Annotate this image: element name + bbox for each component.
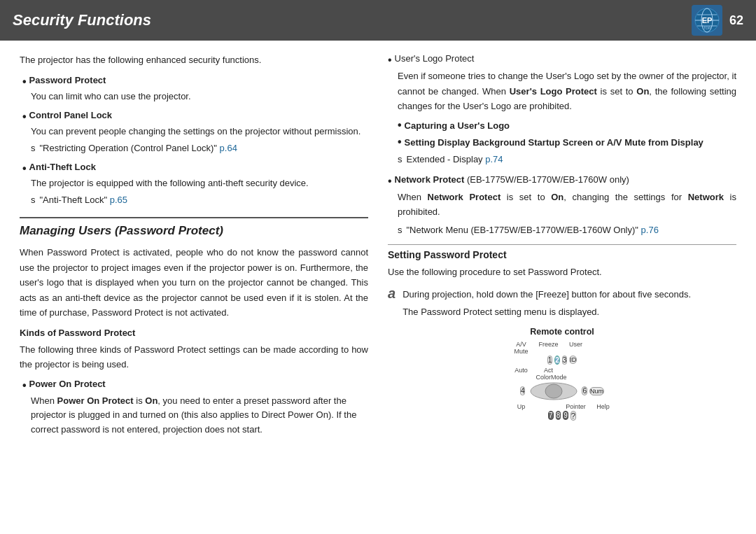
- remote-btn-7[interactable]: 7: [548, 411, 554, 420]
- bullet-control-panel: • Control Panel Lock You can prevent peo…: [20, 110, 368, 156]
- users-logo-subbullets: • Capturing a User's Logo • Setting Disp…: [398, 118, 736, 150]
- network-protect-section: • Network Protect (EB-1775W/EB-1770W/EB-…: [388, 174, 736, 238]
- sub-item-network-text: "Network Menu (EB-1775W/EB-1770W/EB-1760…: [407, 223, 659, 237]
- sub-bullet-display: Setting Display Background Startup Scree…: [405, 135, 704, 150]
- right-column: • User's Logo Protect Even if someone tr…: [388, 53, 736, 443]
- label-act: Act ColorMode: [536, 367, 561, 381]
- link-p64[interactable]: p.64: [220, 143, 237, 153]
- sub-item-text: "Restricting Operation (Control Panel Lo…: [40, 141, 237, 156]
- remote-btn-2-freeze[interactable]: 2: [554, 356, 560, 365]
- bullet-dot: •: [22, 379, 27, 392]
- bullet-title-label: Anti-Theft Lock: [29, 162, 96, 172]
- label-pointer: Pointer: [564, 403, 589, 410]
- step-content: During projection, hold down the [Freeze…: [402, 287, 736, 320]
- remote-row-2: 4 6 Num: [520, 381, 604, 401]
- section-heading: Managing Users (Password Protect): [20, 224, 368, 238]
- bullet-dot: •: [22, 162, 27, 175]
- remote-btn-6[interactable]: 6: [582, 386, 587, 395]
- header-right: EP TOP 62: [692, 5, 743, 36]
- step-a-note: The Password Protect setting menu is dis…: [402, 304, 736, 319]
- bullet-dot: •: [22, 110, 27, 123]
- label-blank: [591, 341, 616, 355]
- power-on-title: Power On Protect: [29, 379, 106, 389]
- sub-item-anti-theft: s "Anti-Theft Lock" p.65: [31, 193, 368, 208]
- link-p74[interactable]: p.74: [485, 154, 503, 164]
- remote-btn-8[interactable]: 8: [556, 411, 561, 420]
- remote-btn-1[interactable]: 1: [547, 356, 553, 365]
- users-logo-body: Even if someone tries to change the User…: [398, 71, 736, 111]
- remote-btn-4[interactable]: 4: [520, 386, 526, 395]
- left-column: The projector has the following enhanced…: [20, 53, 368, 443]
- svg-text:EP: EP: [702, 16, 713, 24]
- svg-text:TOP: TOP: [704, 26, 711, 30]
- network-protect-title: Network Protect (EB-1775W/EB-1770W/EB-17…: [395, 174, 629, 185]
- epson-logo: EP TOP: [692, 5, 722, 36]
- sub-s-label: s: [31, 193, 36, 208]
- label-av-mute: A/V Mute: [509, 341, 534, 355]
- section-divider: [20, 217, 368, 218]
- svg-point-8: [545, 384, 562, 398]
- bullet-power-on: • Power On Protect When Power On Protect…: [20, 379, 368, 437]
- main-content: The projector has the following enhanced…: [0, 41, 756, 456]
- bullet-dot: •: [22, 75, 27, 88]
- setting-heading: Setting Password Protect: [388, 244, 736, 260]
- bullet-content-text: The projector is equipped with the follo…: [31, 178, 309, 188]
- link-p76[interactable]: p.76: [641, 225, 659, 235]
- bullet-content-text: You can prevent people changing the sett…: [31, 126, 360, 136]
- sub-s-label: s: [398, 152, 402, 167]
- bullet-dot: •: [388, 53, 392, 66]
- remote-row3-labels: Up Pointer Help: [509, 403, 616, 410]
- link-p65[interactable]: p.65: [110, 195, 127, 205]
- label-freeze: Freeze: [536, 341, 561, 355]
- sub-s-label: s: [31, 141, 36, 156]
- bullet-dot: •: [398, 135, 402, 148]
- sub-item-control-panel: s "Restricting Operation (Control Panel …: [31, 141, 368, 156]
- step-a-text: During projection, hold down the [Freeze…: [402, 289, 691, 300]
- bullet-dot: •: [398, 118, 402, 132]
- step-letter: a: [388, 286, 396, 302]
- remote-btn-num[interactable]: Num: [589, 387, 604, 395]
- remote-row-3: 7 8 9 ?: [548, 411, 576, 421]
- label-blank2: [564, 367, 589, 381]
- bullet-title-label: Password Protect: [29, 75, 106, 85]
- sub-item-network-menu: s "Network Menu (EB-1775W/EB-1770W/EB-17…: [398, 223, 736, 237]
- bullet-anti-theft: • Anti-Theft Lock The projector is equip…: [20, 162, 368, 208]
- section-body: When Password Protect is activated, peop…: [20, 245, 368, 320]
- page-header: Security Functions EP TOP 62: [0, 0, 756, 41]
- page-number: 62: [729, 13, 743, 28]
- sub-item-extended: s Extended - Display p.74: [398, 152, 736, 167]
- remote-control-label: Remote control: [530, 327, 594, 337]
- label-auto: Auto: [509, 367, 534, 381]
- label-user: User: [564, 341, 589, 355]
- remote-btn-3[interactable]: 3: [562, 356, 568, 365]
- bullet-password-protect: • Password Protect You can limit who can…: [20, 75, 368, 104]
- kinds-body: The following three kinds of Password Pr…: [20, 342, 368, 372]
- bullet-content-text: You can limit who can use the projector.: [31, 91, 191, 101]
- kinds-heading: Kinds of Password Protect: [20, 328, 368, 338]
- page-title: Security Functions: [13, 11, 151, 29]
- label-blank3: [591, 367, 616, 381]
- setting-body: Use the following procedure to set Passw…: [388, 265, 736, 279]
- sub-item-extended-text: Extended - Display p.74: [407, 152, 503, 167]
- remote-btn-help[interactable]: ?: [570, 411, 576, 421]
- remote-row2-labels: Auto Act ColorMode: [509, 367, 616, 381]
- sub-item-text: "Anti-Theft Lock" p.65: [40, 193, 128, 208]
- network-protect-body: When Network Protect is set to On, chang…: [398, 192, 736, 217]
- remote-top-labels: A/V Mute Freeze User: [509, 341, 616, 355]
- remote-joystick-area: [527, 381, 580, 401]
- remote-row-1: 1 2 3 ID: [547, 356, 578, 365]
- power-on-body: When Power On Protect is On, you need to…: [31, 395, 356, 435]
- label-help: Help: [591, 403, 616, 410]
- remote-btn-9[interactable]: 9: [563, 411, 568, 420]
- remote-btn-id[interactable]: ID: [569, 356, 577, 364]
- bullet-dot: •: [388, 174, 392, 188]
- users-logo-title: User's Logo Protect: [395, 53, 475, 64]
- label-blank4: [536, 403, 561, 410]
- step-a: a During projection, hold down the [Free…: [388, 287, 736, 320]
- sub-bullet-capturing: Capturing a User's Logo: [405, 118, 510, 133]
- remote-control-diagram: A/V Mute Freeze User 1 2 3 ID Auto Act C…: [509, 341, 616, 423]
- sub-s-label: s: [398, 223, 402, 237]
- label-up: Up: [509, 403, 534, 410]
- intro-text: The projector has the following enhanced…: [20, 53, 368, 68]
- remote-control-section: Remote control A/V Mute Freeze User 1 2 …: [388, 327, 736, 423]
